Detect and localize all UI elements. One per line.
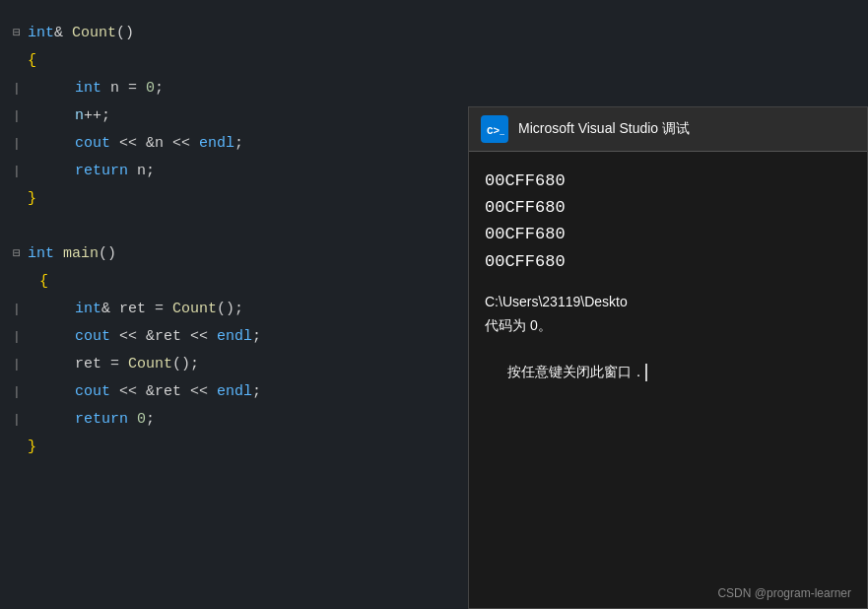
- code-line: | return 0;: [10, 406, 468, 434]
- code-line: {: [10, 47, 468, 75]
- code-line: ⊟ int main(): [10, 240, 468, 268]
- svg-text:C>_: C>_: [487, 125, 504, 137]
- code-line: | n++;: [10, 102, 468, 130]
- gutter-marker: |: [10, 351, 24, 378]
- terminal-icon: C>_: [481, 115, 508, 143]
- code-spacer: [10, 213, 468, 240]
- gutter-marker: |: [10, 130, 24, 158]
- terminal-footer: CSDN @program-learner: [469, 582, 867, 608]
- terminal-blank: [485, 275, 851, 291]
- gutter-marker: |: [10, 158, 24, 185]
- code-line: | ret = Count();: [10, 351, 468, 378]
- terminal-exit-code: 代码为 0。: [485, 314, 851, 338]
- code-editor: ⊟ int& Count() { | int n = 0; | n++; | c…: [0, 0, 468, 609]
- gutter-marker: |: [10, 75, 24, 102]
- gutter-marker: |: [10, 296, 24, 323]
- code-line: | int n = 0;: [10, 75, 468, 102]
- terminal-path: C:\Users\23119\Deskto: [485, 291, 851, 314]
- terminal-output-3: 00CFF680: [485, 221, 851, 247]
- terminal-output-4: 00CFF680: [485, 248, 851, 275]
- terminal-header: C>_ Microsoft Visual Studio 调试: [469, 107, 867, 152]
- code-line: ⊟ int& Count(): [10, 20, 468, 47]
- gutter-marker: |: [10, 323, 24, 351]
- gutter-marker: |: [10, 378, 24, 406]
- terminal-body: 00CFF680 00CFF680 00CFF680 00CFF680 C:\U…: [469, 152, 867, 582]
- gutter-marker: ⊟: [10, 240, 24, 268]
- code-line: }: [10, 434, 468, 461]
- code-line: | return n;: [10, 158, 468, 185]
- code-line: | cout << &ret << endl;: [10, 323, 468, 351]
- code-line: | cout << &ret << endl;: [10, 378, 468, 406]
- gutter-marker: |: [10, 406, 24, 434]
- terminal-cursor: [645, 364, 647, 381]
- code-line: | cout << &n << endl;: [10, 130, 468, 158]
- code-line: | int& ret = Count();: [10, 296, 468, 323]
- terminal-prompt: 按任意键关闭此窗口．: [485, 337, 851, 407]
- terminal-output-2: 00CFF680: [485, 194, 851, 221]
- terminal-title: Microsoft Visual Studio 调试: [518, 120, 690, 138]
- gutter-marker: |: [10, 102, 24, 130]
- gutter-marker: ⊟: [10, 20, 24, 47]
- code-line: }: [10, 185, 468, 213]
- terminal-window: C>_ Microsoft Visual Studio 调试 00CFF680 …: [468, 106, 868, 609]
- terminal-output-1: 00CFF680: [485, 168, 851, 194]
- code-line: {: [10, 268, 468, 296]
